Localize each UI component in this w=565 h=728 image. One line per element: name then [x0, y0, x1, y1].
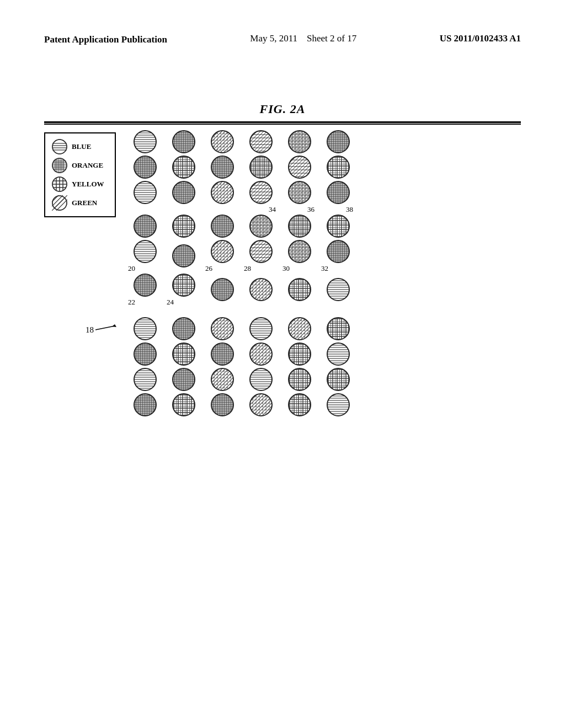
- grid-row: [126, 317, 358, 341]
- dot-circle: [172, 393, 196, 417]
- dot-circle: [287, 342, 312, 366]
- svg-point-64: [289, 131, 311, 153]
- green-label: GREEN: [72, 199, 97, 207]
- svg-point-98: [211, 318, 233, 340]
- dot-circle: [133, 393, 157, 417]
- dot-circle: [172, 317, 196, 341]
- dot-circle: [249, 367, 273, 392]
- svg-point-99: [250, 318, 272, 340]
- grid-cell: [126, 180, 164, 205]
- svg-line-120: [95, 326, 115, 330]
- grid-cell: [280, 155, 319, 179]
- grid-cell: [319, 130, 358, 154]
- dot-circle: [210, 180, 234, 205]
- grid-cell: [319, 180, 358, 205]
- dot-circle: [172, 155, 196, 179]
- pixel-grid: 34363820262830322224: [126, 130, 358, 418]
- dot-circle: [326, 393, 350, 417]
- grid-cell: [164, 342, 203, 366]
- grid-cell: [164, 155, 203, 179]
- svg-point-85: [173, 245, 195, 267]
- svg-point-96: [134, 318, 156, 340]
- svg-point-118: [289, 394, 311, 416]
- date: May 5, 2011: [250, 33, 297, 44]
- svg-point-81: [250, 215, 272, 237]
- grid-cell: [203, 393, 242, 417]
- cell-label-above: 36: [280, 206, 319, 213]
- grid-cell: [203, 206, 242, 238]
- grid-cell: 30: [280, 239, 319, 272]
- grid-cell: [164, 317, 203, 341]
- svg-point-111: [250, 368, 272, 390]
- grid-row: [126, 130, 358, 154]
- svg-point-73: [173, 181, 195, 204]
- dot-circle: [172, 367, 196, 392]
- dot-circle: [133, 130, 157, 154]
- grid-cell: [319, 367, 358, 392]
- label-18-annotation: 18: [86, 325, 94, 335]
- svg-point-110: [211, 368, 233, 390]
- svg-point-90: [134, 274, 156, 296]
- dot-circle: [287, 277, 312, 302]
- dot-circle: [172, 214, 196, 238]
- svg-point-69: [250, 156, 272, 178]
- grid-cell: [242, 317, 280, 341]
- svg-point-66: [134, 156, 156, 178]
- dot-circle: [287, 317, 312, 341]
- yellow-label: YELLOW: [72, 180, 104, 189]
- grid-cell: [203, 277, 242, 302]
- svg-point-113: [327, 368, 349, 390]
- svg-point-117: [250, 394, 272, 416]
- dot-circle: [326, 342, 350, 366]
- grid-cell: [242, 155, 280, 179]
- grid-cell: [203, 367, 242, 392]
- svg-point-74: [211, 181, 233, 204]
- cell-label-below: 22: [126, 298, 164, 306]
- date-sheet: May 5, 2011 Sheet 2 of 17: [250, 33, 356, 44]
- dot-circle: [249, 239, 273, 264]
- grid-cell: [242, 180, 280, 205]
- dot-circle: [210, 393, 234, 417]
- grid-cell: [242, 130, 280, 154]
- dot-circle: [249, 214, 273, 238]
- svg-point-109: [173, 368, 195, 390]
- svg-point-65: [327, 131, 349, 153]
- cell-label-below: 20: [126, 265, 164, 272]
- dot-circle: [326, 239, 350, 264]
- grid-cell: [164, 367, 203, 392]
- svg-point-78: [134, 215, 156, 237]
- grid-cell: [280, 130, 319, 154]
- dot-circle: [326, 367, 350, 392]
- grid-cell: 36: [280, 206, 319, 238]
- legend-box: BLUE ORANGE: [44, 132, 116, 217]
- svg-point-89: [327, 240, 349, 263]
- svg-point-79: [173, 215, 195, 237]
- grid-row: [126, 367, 358, 392]
- grid-cell: [126, 155, 164, 179]
- svg-point-70: [289, 156, 311, 178]
- grid-row: [126, 155, 358, 179]
- grid-row: 343638: [126, 206, 358, 238]
- dot-circle: [133, 155, 157, 179]
- svg-point-94: [289, 279, 311, 301]
- dot-circle: [133, 239, 157, 264]
- grid-cell: [319, 342, 358, 366]
- dot-circle: [133, 342, 157, 366]
- dot-circle: [210, 277, 234, 302]
- svg-point-91: [173, 274, 195, 296]
- dot-circle: [172, 180, 196, 205]
- grid-cell: [280, 317, 319, 341]
- dot-circle: [249, 393, 273, 417]
- legend-item-green: GREEN: [52, 195, 108, 211]
- yellow-icon: [52, 176, 67, 192]
- dot-circle: [249, 277, 273, 302]
- publication-label: Patent Application Publication: [44, 33, 167, 46]
- svg-point-114: [134, 394, 156, 416]
- svg-point-100: [289, 318, 311, 340]
- dot-circle: [249, 155, 273, 179]
- svg-point-104: [211, 343, 233, 365]
- grid-row: [126, 342, 358, 366]
- svg-point-87: [250, 240, 272, 263]
- dot-circle: [326, 277, 350, 302]
- legend-item-yellow: YELLOW: [52, 176, 108, 192]
